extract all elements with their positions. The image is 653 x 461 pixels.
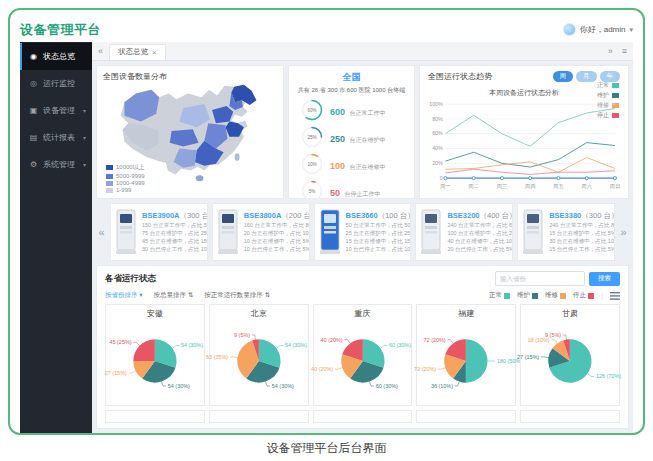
legend-label: 正常	[597, 81, 609, 90]
device-info: BSE3200（400 台）240 台正常工作中，占比 60%；100 台正在维…	[447, 211, 508, 254]
gauge-icon: ◉	[29, 52, 38, 61]
device-count: （200 台）	[281, 211, 309, 220]
status-legend-item: 维护	[517, 291, 538, 300]
stat-label: 台正在维修中	[349, 164, 385, 170]
svg-text:60 (30%): 60 (30%)	[375, 383, 397, 389]
app-header: 设备管理平台 你好，admin ▾	[20, 17, 633, 42]
sidebar-item-run-monitor[interactable]: ◎运行监控	[20, 70, 92, 97]
device-card-BSE3380[interactable]: BSE3380（300 台）240 台正常工作中，占比 80%；15 台正在维护…	[517, 203, 615, 261]
device-name: BSE3660（100 台）	[346, 211, 407, 221]
svg-text:40 (20%): 40 (20%)	[311, 366, 333, 372]
province-panel-title: 各省运行状态	[105, 273, 156, 285]
sidebar-item-stats-report[interactable]: ▤统计报表▾	[20, 124, 92, 151]
device-carousel: « BSE3900A（300 台）150 台正常工作中，占比 50%；75 台正…	[96, 203, 629, 261]
sidebar-item-status-overview[interactable]: ◉状态总览	[20, 43, 92, 70]
legend-label: 维护	[517, 291, 530, 300]
map-legend-item: 10000以上	[106, 163, 145, 172]
device-kiosk-icon	[217, 209, 239, 255]
stat-ring: 25%	[301, 126, 323, 148]
menu-icon[interactable]: ≡	[622, 46, 627, 56]
stat-ring: 10%	[301, 153, 323, 175]
map-legend-item: 5000-9999	[106, 173, 145, 179]
province-pie-甘肃: 甘肃126 (70%)27 (15%)18 (10%)9 (5%)	[520, 304, 620, 406]
trend-pill-1[interactable]: 月	[576, 71, 597, 82]
device-stat-line: 45 台正在维修中，占比 15%；	[142, 237, 203, 245]
legend-swatch	[504, 293, 510, 299]
sort-option-1[interactable]: 按总量排序 ⇅	[154, 291, 194, 300]
search-button[interactable]: 搜索	[589, 272, 620, 286]
device-count: （300 台）	[180, 211, 208, 220]
carousel-prev-icon[interactable]: «	[96, 226, 107, 238]
legend-label: 正常	[489, 291, 502, 300]
legend-swatch	[612, 83, 619, 88]
province-pie-chart: 126 (70%)27 (15%)18 (10%)9 (5%)	[521, 318, 619, 404]
device-kiosk-icon	[115, 209, 137, 255]
status-legend-item: 停止	[573, 291, 594, 300]
stat-count: 50	[330, 188, 340, 198]
tab-status-overview[interactable]: 状态总览 ×	[109, 44, 166, 60]
eye-icon: ◎	[29, 79, 38, 88]
svg-text:10%: 10%	[307, 162, 316, 167]
device-stat-line: 10 台正在维修中，占比 5%；	[244, 237, 305, 245]
carousel-next-icon[interactable]: »	[618, 226, 629, 238]
search-input[interactable]	[495, 271, 585, 286]
province-pie-福建: 福建180 (50%)36 (10%)72 (20%)72 (20%)	[416, 304, 516, 406]
legend-swatch	[532, 293, 538, 299]
svg-text:54 (30%): 54 (30%)	[285, 342, 307, 348]
sidebar: ◉状态总览◎运行监控▣设备管理▾▤统计报表▾⚙系统管理▾	[20, 42, 92, 433]
svg-text:5%: 5%	[309, 189, 316, 194]
legend-swatch	[106, 181, 113, 186]
svg-text:63 (35%): 63 (35%)	[206, 354, 228, 360]
map-region-taiwan	[235, 153, 240, 161]
legend-label: 停止	[573, 291, 586, 300]
nation-stat-rows: 60%600 台正常工作中25%250 台正在维护中10%100 台正在维修中5…	[295, 98, 408, 203]
screenshot-caption: 设备管理平台后台界面	[0, 440, 653, 457]
close-icon[interactable]: ×	[152, 48, 157, 57]
device-card-BSE3900A[interactable]: BSE3900A（300 台）150 台正常工作中，占比 50%；75 台正在维…	[110, 203, 208, 261]
province-pie-grid: 安徽54 (30%)54 (30%)27 (15%)45 (25%)北京54 (…	[105, 304, 620, 406]
device-stat-line: 75 台正在维护中，占比 25%；	[142, 229, 203, 237]
status-legend-item: 正常	[489, 291, 510, 300]
collapse-sidebar-icon[interactable]: «	[98, 46, 103, 56]
tab-bar: « 状态总览 × » ≡	[92, 42, 633, 61]
device-name: BSE3200（400 台）	[447, 211, 508, 221]
legend-swatch	[106, 174, 113, 179]
device-kiosk-icon	[522, 209, 544, 255]
legend-label: 1000-4999	[116, 180, 145, 186]
app-logo: 设备管理平台	[20, 21, 101, 39]
svg-text:36 (10%): 36 (10%)	[431, 383, 453, 389]
device-name: BSE3800A（200 台）	[244, 211, 305, 221]
device-stat-line: 100 台正在维护中，占比 25%；	[447, 229, 508, 237]
trend-pill-0[interactable]: 周	[553, 71, 574, 82]
province-box-partial	[416, 410, 516, 423]
device-management-app: 设备管理平台 你好，admin ▾ ◉状态总览◎运行监控▣设备管理▾▤统计报表▾…	[20, 17, 633, 433]
sidebar-item-system-manage[interactable]: ⚙系统管理▾	[20, 151, 92, 178]
device-info: BSE3900A（300 台）150 台正常工作中，占比 50%；75 台正在维…	[142, 211, 203, 254]
sidebar-item-device-manage[interactable]: ▣设备管理▾	[20, 97, 92, 124]
device-info: BSE3380（300 台）240 台正常工作中，占比 80%；15 台正在维护…	[549, 211, 610, 254]
device-info: BSE3800A（200 台）160 台正常工作中，占比 80%；20 台正在维…	[244, 211, 305, 254]
panel-trend-chart: 全国运行状态趋势 周月年 本周设备运行状态分析 正常维护维修停止 020%40%…	[419, 65, 629, 199]
sort-option-0[interactable]: 按省份排序 ▾	[105, 291, 143, 300]
app-body: ◉状态总览◎运行监控▣设备管理▾▤统计报表▾⚙系统管理▾ « 状态总览 × » …	[20, 42, 633, 433]
device-stat-line: 10 台已停止工作，占比 10%。	[346, 245, 407, 253]
device-card-BSE3660[interactable]: BSE3660（100 台）50 台正常工作中，占比 50%；25 台正在维护中…	[314, 203, 412, 261]
device-stat-line: 160 台正常工作中，占比 80%；	[244, 221, 305, 229]
trend-header: 全国运行状态趋势 周月年	[428, 71, 620, 82]
province-panel-header: 各省运行状态 搜索	[105, 271, 620, 286]
user-menu[interactable]: 你好，admin ▾	[563, 23, 633, 36]
svg-text:周五: 周五	[552, 183, 564, 189]
device-card-BSE3200[interactable]: BSE3200（400 台）240 台正常工作中，占比 60%；100 台正在维…	[415, 203, 513, 261]
map-legend-item: 1000-4999	[106, 180, 145, 186]
legend-swatch	[106, 188, 113, 193]
svg-text:126 (70%): 126 (70%)	[596, 373, 621, 379]
device-card-BSE3800A[interactable]: BSE3800A（200 台）160 台正常工作中，占比 80%；20 台正在维…	[212, 203, 310, 261]
expand-icon[interactable]: »	[608, 46, 613, 56]
list-view-toggle-icon[interactable]	[610, 292, 620, 300]
trend-legend-item: 正常	[597, 81, 619, 90]
device-count: （300 台）	[581, 211, 615, 220]
stat-ring: 5%	[301, 180, 323, 202]
gear-icon: ⚙	[29, 160, 38, 169]
legend-label: 5000-9999	[116, 173, 145, 179]
sort-option-2[interactable]: 按正常运行数量排序 ⇅	[204, 291, 270, 300]
